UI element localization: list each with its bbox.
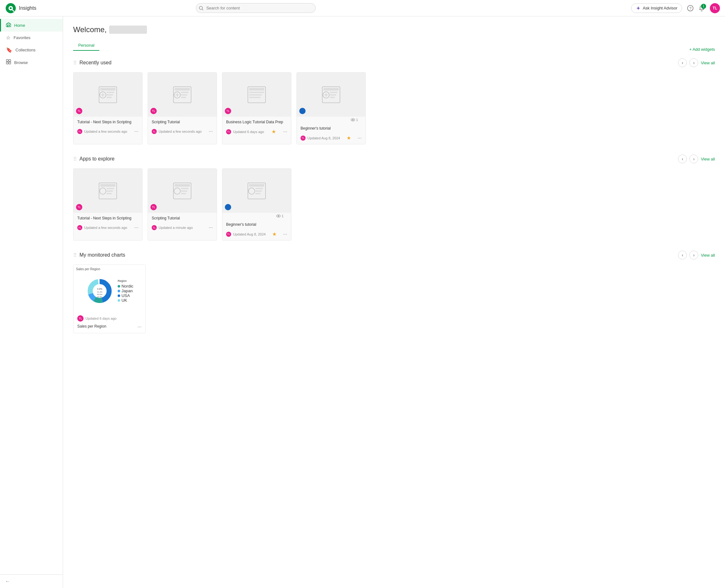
notifications-button[interactable]: 1 [699, 5, 705, 12]
help-button[interactable]: ? [687, 5, 693, 12]
card-meta-avatar: TL [152, 225, 157, 230]
card-owner-avatar [299, 108, 306, 114]
list-item: UK [118, 298, 133, 303]
svg-rect-43 [330, 97, 335, 98]
svg-rect-24 [175, 88, 190, 90]
card-meta-avatar: TL [77, 129, 82, 134]
svg-rect-14 [9, 62, 11, 64]
card-owner-avatar: TL [76, 108, 82, 114]
card-star-button[interactable]: ★ [271, 129, 276, 134]
card-meta-avatar: TL [226, 129, 231, 134]
card-preview: TL [74, 169, 142, 213]
sidebar-home-label: Home [14, 23, 25, 28]
card-more-button[interactable]: ··· [209, 225, 213, 230]
app-icon [322, 86, 340, 103]
next-recently-used-button[interactable]: › [689, 58, 698, 67]
section-title-group: ⠿ Apps to explore [73, 156, 115, 162]
next-apps-button[interactable]: › [689, 154, 698, 163]
prev-charts-button[interactable]: ‹ [678, 251, 687, 259]
monitored-charts-title: My monitored charts [80, 252, 125, 258]
prev-apps-button[interactable]: ‹ [678, 154, 687, 163]
svg-rect-29 [181, 94, 187, 96]
welcome-text: Welcome, [73, 25, 107, 34]
app-icon [247, 86, 266, 103]
list-item: USA [118, 293, 133, 298]
legend-label: Nordic [121, 284, 133, 289]
card-views-area: 1 [222, 213, 291, 219]
svg-rect-8 [6, 24, 11, 27]
card-star-button[interactable]: ★ [272, 231, 276, 237]
section-title-group: ⠿ Recently used [73, 60, 111, 66]
search-bar [196, 3, 316, 13]
svg-point-2 [10, 7, 12, 9]
app-icon [173, 86, 192, 103]
svg-rect-20 [107, 92, 114, 93]
donut-legend: Region Nordic Japan [118, 279, 133, 303]
sidebar-item-favorites[interactable]: ☆ Favorites [0, 31, 63, 44]
view-all-recently-used-button[interactable]: View all [701, 61, 715, 65]
card-more-button[interactable]: ··· [283, 129, 287, 134]
view-all-apps-button[interactable]: View all [701, 157, 715, 162]
apps-to-explore-section: ⠿ Apps to explore ‹ › View all [73, 154, 715, 240]
user-avatar[interactable]: TL [710, 3, 720, 13]
card-updated: Updated a minute ago [159, 226, 193, 230]
card-more-button[interactable]: ··· [134, 225, 139, 230]
recently-used-cards: TL Tutorial - Next Steps in Scripting TL… [73, 72, 715, 144]
prev-recently-used-button[interactable]: ‹ [678, 58, 687, 67]
sidebar-item-browse[interactable]: Browse [0, 56, 63, 69]
svg-rect-33 [249, 92, 264, 93]
card-more-button[interactable]: ··· [209, 129, 213, 134]
svg-rect-61 [255, 188, 263, 189]
table-row: 1 Beginner's tutorial TL Updated Au [222, 168, 291, 240]
sidebar-footer: ← [0, 574, 63, 588]
svg-rect-49 [107, 188, 114, 189]
card-more-button[interactable]: ··· [134, 129, 139, 134]
view-all-charts-button[interactable]: View all [701, 253, 715, 257]
card-star-button[interactable]: ★ [347, 135, 351, 141]
card-views: 1 [301, 118, 362, 123]
card-meta-avatar: TL [77, 225, 82, 230]
welcome-header: Welcome, [73, 25, 715, 34]
chart-title-small: Sales per Region [76, 267, 143, 271]
svg-rect-50 [107, 190, 113, 192]
views-count: 1 [282, 214, 284, 218]
card-footer: TL Updated a few seconds ago ··· [74, 129, 142, 138]
card-title: Scripting Tutorial [152, 120, 213, 124]
card-owner-avatar: TL [225, 108, 231, 114]
sidebar-collections-label: Collections [16, 48, 36, 52]
card-updated: Updated a few seconds ago [159, 130, 202, 133]
collapse-sidebar-button[interactable]: ← [5, 579, 10, 584]
drag-handle-icon: ⠿ [73, 252, 77, 258]
ask-insight-button[interactable]: Ask Insight Advisor [631, 3, 682, 13]
eye-icon [351, 118, 355, 121]
app-icon [173, 182, 192, 200]
card-meta: TL Updated a few seconds ago [77, 225, 127, 230]
card-more-button[interactable]: ··· [283, 231, 287, 237]
svg-rect-30 [181, 97, 186, 98]
grid-icon [6, 59, 11, 66]
svg-rect-55 [181, 188, 189, 189]
monitored-charts-header: ⠿ My monitored charts ‹ › View all [73, 251, 715, 259]
svg-rect-62 [255, 190, 262, 192]
qlik-logo-icon [5, 2, 16, 14]
list-item: Japan [118, 289, 133, 293]
card-meta-avatar: TL [152, 129, 157, 134]
sidebar-item-collections[interactable]: 🔖 Collections [0, 44, 63, 56]
add-widgets-button[interactable]: + Add widgets [689, 47, 715, 52]
tab-personal[interactable]: Personal [73, 40, 99, 51]
card-title: Tutorial - Next Steps in Scripting [77, 120, 139, 124]
legend-label: USA [121, 293, 130, 298]
card-views-area: 1 [297, 117, 366, 123]
search-input[interactable] [196, 3, 316, 13]
content-inner: Welcome, Personal + Add widgets ⠿ Rec [63, 16, 725, 352]
sidebar-browse-label: Browse [14, 60, 28, 65]
app-icon [98, 182, 117, 200]
card-title: Tutorial - Next Steps in Scripting [77, 216, 139, 220]
legend-dot [118, 290, 120, 292]
next-charts-button[interactable]: › [689, 251, 698, 259]
sidebar-item-home[interactable]: Home [0, 19, 63, 31]
card-more-button[interactable]: ··· [138, 324, 142, 330]
card-more-button[interactable]: ··· [358, 135, 362, 141]
svg-rect-63 [255, 193, 261, 194]
views-count: 1 [356, 118, 358, 122]
